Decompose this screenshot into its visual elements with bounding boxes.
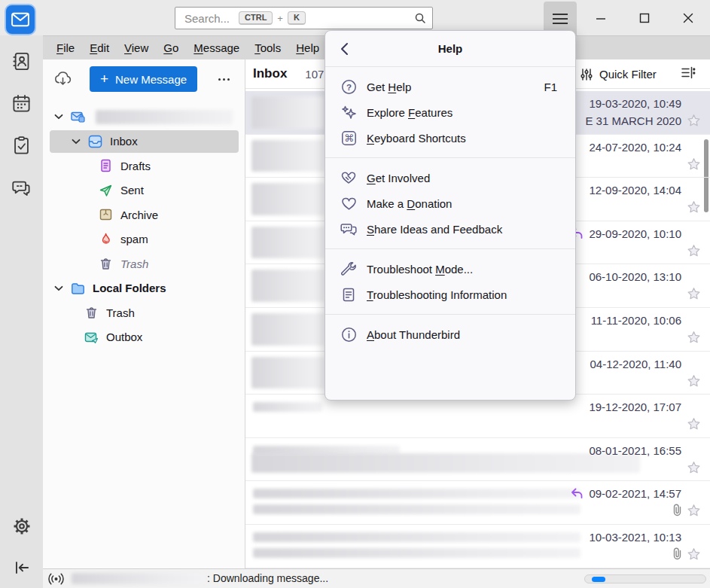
new-message-button[interactable]: + New Message [90, 66, 197, 92]
chevron-left-icon [340, 42, 349, 56]
activity-broadcast-icon [47, 571, 66, 587]
thunderbird-logo [6, 5, 35, 34]
folder-row-spam[interactable]: spam [43, 227, 244, 252]
star-icon[interactable] [687, 461, 701, 474]
star-icon[interactable] [687, 547, 701, 561]
message-list-display-options-icon[interactable] [681, 66, 696, 81]
close-icon [683, 13, 693, 23]
star-icon[interactable] [687, 374, 701, 388]
message-content-redacted [253, 489, 580, 498]
message-meta: 24-07-2020, 10:24 [589, 141, 681, 154]
tasks-icon[interactable] [0, 136, 43, 156]
folder-row-archive[interactable]: Archive [43, 203, 244, 227]
folder-label: Trash [106, 306, 135, 319]
star-icon[interactable] [687, 244, 701, 257]
message-content-redacted [253, 504, 580, 514]
chevron-down-icon[interactable] [53, 114, 65, 120]
folder-row-trash[interactable]: Trash [43, 251, 244, 276]
message-date: 24-07-2020, 10:24 [589, 141, 681, 154]
archive-folder-icon [99, 208, 113, 221]
folder-label: Drafts [120, 160, 151, 172]
star-icon[interactable] [687, 417, 701, 431]
account-folder-icon [71, 110, 85, 123]
folder-pane-options-icon[interactable] [213, 71, 234, 87]
menu-item-explore-features[interactable]: Explore Features [325, 99, 575, 125]
message-row[interactable]: 19-12-2020, 17:07 [245, 395, 710, 438]
star-icon[interactable] [687, 287, 701, 300]
message-content-redacted [251, 140, 325, 172]
envelope-icon [11, 11, 29, 28]
settings-gear-icon[interactable] [0, 516, 43, 537]
star-icon[interactable] [687, 157, 701, 171]
menu-item-get-involved[interactable]: Get Involved [325, 165, 575, 190]
global-search-input[interactable]: Search... CTRL + K [175, 7, 433, 29]
quick-filter-toggle[interactable]: Quick Filter [580, 59, 657, 89]
attachment-paperclip-icon [672, 504, 682, 516]
folder-row-trash[interactable]: Trash [43, 300, 244, 325]
chevron-down-icon[interactable] [70, 139, 82, 145]
message-date: 19-03-2020, 10:49 [589, 97, 681, 110]
message-row[interactable]: 09-02-2021, 14:57 [245, 481, 710, 525]
message-content-redacted [251, 453, 640, 473]
quick-filter-label: Quick Filter [599, 68, 657, 81]
menu-go[interactable]: Go [156, 38, 186, 57]
menu-item-troubleshooting-information[interactable]: Troubleshooting Information [325, 282, 575, 307]
menu-message[interactable]: Message [186, 38, 247, 57]
menu-view[interactable]: View [117, 38, 156, 57]
star-icon[interactable] [687, 331, 701, 344]
star-icon[interactable] [687, 200, 701, 214]
menu-help[interactable]: Help [288, 38, 327, 57]
address-book-icon[interactable] [0, 51, 43, 72]
folder-folder-icon [71, 282, 85, 295]
search-icon [414, 12, 426, 24]
message-content-redacted [251, 313, 325, 346]
menu-edit[interactable]: Edit [82, 38, 117, 57]
menu-item-get-help[interactable]: ?Get HelpF1 [325, 74, 575, 99]
folder-row-inbox[interactable]: Inbox [43, 129, 244, 154]
menu-item-troubleshoot-mode[interactable]: Troubleshoot Mode... [325, 256, 575, 282]
chevron-down-icon[interactable] [53, 285, 65, 291]
minimize-button[interactable] [585, 0, 617, 35]
message-meta: 19-12-2020, 17:07 [589, 401, 681, 413]
attachment-paperclip-icon [672, 547, 682, 560]
download-progress-bar [584, 574, 706, 583]
menu-item-about-thunderbird[interactable]: About Thunderbird [325, 321, 575, 347]
star-icon[interactable] [687, 504, 701, 517]
folder-row-local-folders[interactable]: Local Folders [43, 276, 244, 301]
menu-file[interactable]: File [49, 38, 82, 57]
calendar-icon[interactable] [0, 93, 43, 114]
search-placeholder: Search... [184, 12, 230, 25]
menu-item-keyboard-shortcuts[interactable]: ⌘Keyboard Shortcuts [325, 125, 575, 151]
folder-row-drafts[interactable]: Drafts [43, 154, 244, 178]
message-date: 12-09-2020, 14:04 [589, 184, 681, 197]
collapse-toolbar-icon[interactable] [0, 558, 43, 577]
message-row[interactable]: 08-01-2021, 16:55 [245, 438, 710, 482]
new-message-label: New Message [115, 73, 187, 86]
menu-tools[interactable]: Tools [247, 38, 288, 57]
minimize-icon [596, 13, 606, 23]
chat-icon[interactable] [0, 178, 43, 198]
message-content-redacted [251, 183, 325, 215]
folder-row-outbox[interactable]: Outbox [43, 325, 244, 350]
message-content-redacted [251, 96, 325, 129]
folder-row-account[interactable] [43, 105, 244, 129]
feedback-icon [340, 221, 357, 236]
menu-item-share-ideas-and-feedback[interactable]: Share Ideas and Feedback [325, 216, 575, 242]
kbd-plus: + [277, 13, 283, 24]
maximize-button[interactable] [629, 0, 660, 35]
outbox-folder-icon [84, 331, 99, 344]
folder-label: Local Folders [93, 282, 166, 294]
folder-row-sent[interactable]: Sent [43, 178, 244, 203]
menu-item-label: Get Help [367, 81, 411, 93]
close-button[interactable] [672, 0, 704, 35]
star-icon[interactable] [687, 114, 701, 127]
message-row[interactable]: 10-03-2021, 10:13 [245, 525, 710, 568]
menu-item-make-a-donation[interactable]: Make a Donation [325, 190, 575, 216]
message-content-redacted [253, 532, 580, 542]
help-panel-title: Help [438, 42, 463, 55]
back-button[interactable] [340, 42, 349, 56]
get-messages-icon[interactable] [53, 70, 72, 87]
message-meta: 04-12-2020, 11:40 [590, 358, 682, 370]
heart-icon [340, 197, 357, 211]
message-date: 19-12-2020, 17:07 [589, 401, 681, 413]
